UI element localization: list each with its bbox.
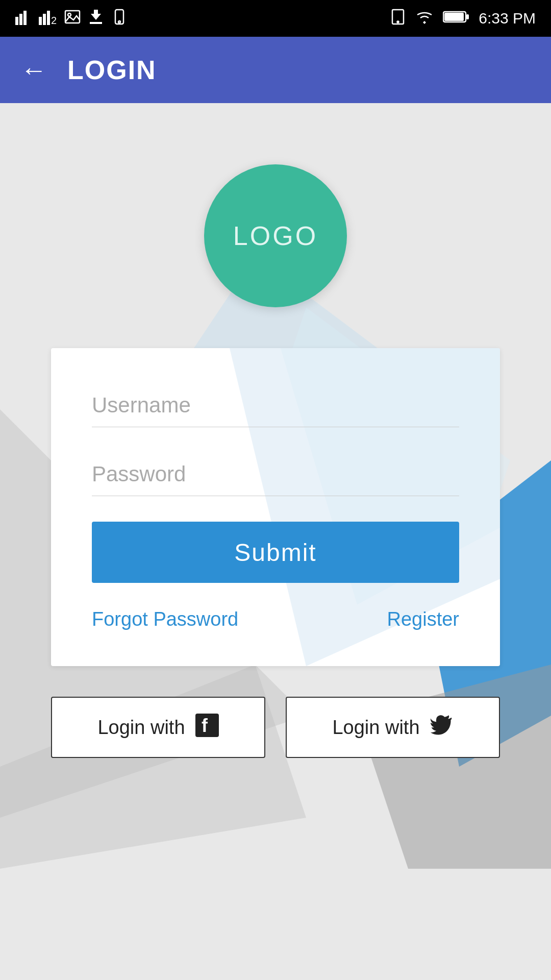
status-bar: 2	[0, 0, 551, 37]
svg-rect-18	[444, 13, 464, 21]
logo-container: LOGO	[204, 164, 347, 307]
page-title: LOGIN	[67, 55, 157, 85]
svg-rect-11	[90, 22, 102, 24]
username-group	[92, 384, 459, 427]
signal-icon	[15, 9, 32, 29]
svg-text:2: 2	[51, 15, 57, 25]
twitter-icon	[430, 714, 454, 742]
svg-rect-12	[115, 10, 123, 24]
svg-rect-5	[47, 11, 50, 25]
register-link[interactable]: Register	[387, 608, 460, 630]
main-content: LOGO Submit Forgot Password Register	[0, 103, 551, 980]
password-input[interactable]	[92, 453, 459, 496]
logo-circle: LOGO	[204, 164, 347, 307]
download-icon	[88, 9, 104, 29]
username-input[interactable]	[92, 384, 459, 427]
twitter-login-label: Login with	[332, 717, 419, 739]
svg-text:f: f	[202, 715, 208, 736]
links-row: Forgot Password Register	[92, 608, 459, 630]
gallery-icon	[64, 9, 81, 29]
social-buttons: Login with f Login with	[51, 697, 500, 758]
facebook-icon: f	[195, 714, 219, 742]
twitter-login-button[interactable]: Login with	[286, 697, 500, 758]
tablet-icon	[390, 9, 406, 29]
svg-rect-17	[466, 14, 469, 19]
svg-rect-0	[15, 17, 18, 25]
svg-rect-3	[39, 17, 42, 25]
password-group	[92, 453, 459, 496]
status-right-icons: 6:33 PM	[390, 9, 536, 29]
forgot-password-link[interactable]: Forgot Password	[92, 608, 238, 630]
battery-icon	[443, 10, 469, 28]
svg-point-15	[397, 21, 399, 22]
signal2-icon: 2	[39, 9, 57, 29]
svg-point-8	[68, 13, 71, 16]
card-content: Submit Forgot Password Register	[92, 384, 459, 630]
svg-point-13	[118, 21, 120, 23]
login-card: Submit Forgot Password Register	[51, 348, 500, 666]
facebook-login-label: Login with	[97, 717, 185, 739]
svg-rect-2	[23, 11, 27, 25]
time-display: 6:33 PM	[479, 10, 536, 27]
top-bar: ← LOGIN	[0, 37, 551, 103]
svg-marker-23	[357, 665, 551, 869]
logo-text: LOGO	[233, 220, 318, 251]
svg-rect-4	[43, 14, 46, 25]
svg-rect-10	[94, 10, 98, 15]
phone-icon	[111, 9, 128, 29]
wifi-icon	[415, 10, 434, 28]
svg-marker-24	[0, 665, 306, 869]
submit-button[interactable]: Submit	[92, 522, 459, 583]
facebook-login-button[interactable]: Login with f	[51, 697, 265, 758]
svg-rect-1	[19, 14, 22, 25]
back-button[interactable]: ←	[20, 55, 47, 85]
status-left-icons: 2	[15, 9, 128, 29]
